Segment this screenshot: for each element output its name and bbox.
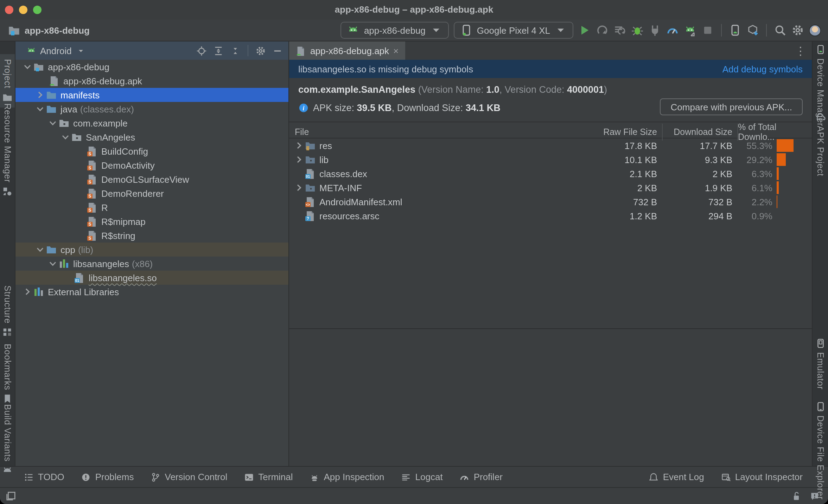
so-file-icon: 01 xyxy=(74,272,85,283)
stripe-tab-apk-project[interactable]: APK Project xyxy=(813,112,828,176)
chevron-right-icon[interactable] xyxy=(34,89,46,101)
tab-options-kebab-icon[interactable]: ⋮ xyxy=(795,44,812,57)
column-file[interactable]: File xyxy=(289,122,588,142)
run-button[interactable] xyxy=(578,24,591,37)
svg-text:<>: <> xyxy=(306,203,310,207)
compare-apk-button[interactable]: Compare with previous APK... xyxy=(660,98,803,115)
module-folder-icon xyxy=(33,61,44,72)
chevron-down-icon[interactable] xyxy=(47,258,58,269)
title-bar: app-x86-debug – app-x86-debug.apk xyxy=(0,0,828,20)
toolwindow-button-todo[interactable]: TODO xyxy=(15,472,73,482)
column-download-size[interactable]: Download Size xyxy=(663,122,738,142)
toolwindow-button-layout-inspector[interactable]: Layout Inspector xyxy=(713,472,811,482)
hide-icon[interactable] xyxy=(272,45,283,56)
unlock-icon[interactable] xyxy=(791,491,801,501)
apk-file-icon xyxy=(49,75,60,86)
column-raw-size[interactable]: Raw File Size xyxy=(588,122,663,142)
chevron-down-icon[interactable] xyxy=(34,244,46,255)
svg-text:S: S xyxy=(88,166,91,170)
download-size: 294 B xyxy=(663,209,738,223)
apk-row-resources-arsc[interactable]: ?resources.arsc1.2 KB294 B0.9% xyxy=(289,209,812,223)
chevron-down-icon[interactable] xyxy=(34,103,46,115)
column-percent[interactable]: % of Total Downlo... xyxy=(738,122,812,142)
attach-debugger-button[interactable] xyxy=(649,24,661,37)
search-everywhere-button[interactable] xyxy=(774,24,786,37)
settings-icon[interactable] xyxy=(255,45,266,56)
tree-item-com-example[interactable]: com.example xyxy=(15,116,288,130)
chevron-down-icon[interactable] xyxy=(77,45,85,56)
chevron-down-icon[interactable] xyxy=(22,61,33,72)
chevron-down-icon[interactable] xyxy=(47,117,58,129)
toolwindow-button-profiler[interactable]: Profiler xyxy=(451,472,511,482)
tree-item-r-string[interactable]: SR$string xyxy=(15,228,288,243)
stop-button[interactable] xyxy=(701,24,714,37)
svg-text:i: i xyxy=(303,105,305,112)
apk-row-androidmanifest-xml[interactable]: <>AndroidManifest.xml732 B732 B2.2% xyxy=(289,195,812,209)
tree-item-manifests[interactable]: manifests xyxy=(15,88,288,102)
download-size: 1.9 KB xyxy=(663,181,738,195)
stripe-tab-build-variants[interactable]: Build Variants xyxy=(0,404,15,476)
debug-button[interactable] xyxy=(631,24,644,37)
stripe-tab-project[interactable]: Project xyxy=(0,54,15,107)
stripe-tab-structure[interactable]: Structure xyxy=(0,285,15,338)
stripe-tab-bookmarks[interactable]: Bookmarks xyxy=(0,344,15,404)
chevron-down-icon[interactable] xyxy=(60,131,71,143)
stripe-tab-resource-manager[interactable]: Resource Manager xyxy=(0,103,15,196)
add-debug-symbols-link[interactable]: Add debug symbols xyxy=(722,64,803,74)
apply-changes-button[interactable] xyxy=(596,24,609,37)
toolwindow-button-app-inspection[interactable]: App Inspection xyxy=(301,472,393,482)
project-tool-window: Android app-x86-debugapp-x86-debug.apkma… xyxy=(15,41,289,466)
tree-item-java[interactable]: java(classes.dex) xyxy=(15,102,288,116)
close-tab-icon[interactable]: × xyxy=(393,45,399,56)
tree-item-sanangeles[interactable]: SanAngeles xyxy=(15,130,288,144)
tree-item-cpp[interactable]: cpp(lib) xyxy=(15,243,288,257)
tool-window-bar: TODOProblemsVersion ControlTerminalApp I… xyxy=(0,466,828,487)
toolwindow-button-logcat[interactable]: Logcat xyxy=(393,472,451,482)
tree-item-demorenderer[interactable]: SDemoRenderer xyxy=(15,186,288,200)
toolwindow-button-event-log[interactable]: Event Log xyxy=(641,472,713,482)
tree-item-r-mipmap[interactable]: SR$mipmap xyxy=(15,214,288,228)
chevron-right-icon[interactable] xyxy=(293,154,305,165)
stripe-tab-device-file-explorer[interactable]: Device File Explorer xyxy=(813,401,828,500)
toolwindow-button-version-control[interactable]: Version Control xyxy=(142,472,236,482)
app-inspection-icon xyxy=(310,472,320,482)
run-configuration-select[interactable]: app-x86-debug xyxy=(341,22,449,39)
avatar[interactable] xyxy=(809,24,821,36)
toolwindow-button-terminal[interactable]: Terminal xyxy=(236,472,301,482)
tab-apk-file[interactable]: app-x86-debug.apk × xyxy=(289,41,405,60)
device-select[interactable]: Google Pixel 4 XL xyxy=(454,22,573,39)
settings-button[interactable] xyxy=(791,24,804,37)
apk-row-meta-inf[interactable]: META-INF2 KB1.9 KB6.1% xyxy=(289,181,812,195)
project-widget[interactable]: app-x86-debug xyxy=(0,24,90,37)
emulator-icon xyxy=(815,338,826,349)
device-manager-button[interactable] xyxy=(729,24,741,37)
locate-icon[interactable] xyxy=(196,45,207,56)
profile-apk-button[interactable] xyxy=(684,24,696,37)
tree-item-r[interactable]: SR xyxy=(15,200,288,214)
project-view-select[interactable]: Android xyxy=(40,45,72,56)
table-header: File Raw File Size Download Size % of To… xyxy=(289,122,812,138)
toolwindow-button-problems[interactable]: Problems xyxy=(73,472,142,482)
tree-item-buildconfig[interactable]: SBuildConfig xyxy=(15,144,288,158)
expand-all-icon[interactable] xyxy=(213,45,224,56)
apk-row-lib[interactable]: lib10.1 KB9.3 KB29.2% xyxy=(289,153,812,167)
tree-item-libsanangeles[interactable]: libsanangeles(x86) xyxy=(15,257,288,271)
stripe-tab-emulator[interactable]: Emulator xyxy=(813,338,828,389)
tool-windows-icon[interactable] xyxy=(6,491,16,501)
library-icon xyxy=(58,258,70,269)
chevron-right-icon[interactable] xyxy=(293,182,305,193)
tree-item-demoglsurfaceview[interactable]: SDemoGLSurfaceView xyxy=(15,172,288,186)
tree-item-app-x86-debug[interactable]: app-x86-debug xyxy=(15,60,288,74)
tree-item-libsanangeles-so[interactable]: 01libsanangeles.so xyxy=(15,271,288,285)
tree-item-app-x86-debug-apk[interactable]: app-x86-debug.apk xyxy=(15,74,288,88)
sdk-manager-button[interactable] xyxy=(746,24,759,37)
tree-item-demoactivity[interactable]: SDemoActivity xyxy=(15,158,288,172)
apply-code-changes-button[interactable] xyxy=(613,24,626,37)
collapse-all-icon[interactable] xyxy=(230,45,241,56)
chevron-right-icon[interactable] xyxy=(22,286,33,297)
apk-row-classes-dex[interactable]: 01classes.dex2.1 KB2 KB6.3% xyxy=(289,167,812,181)
profile-button[interactable] xyxy=(666,24,679,37)
class-file-icon: S xyxy=(87,216,98,227)
structure-icon xyxy=(2,327,13,338)
tree-item-external-libraries[interactable]: External Libraries xyxy=(15,285,288,299)
